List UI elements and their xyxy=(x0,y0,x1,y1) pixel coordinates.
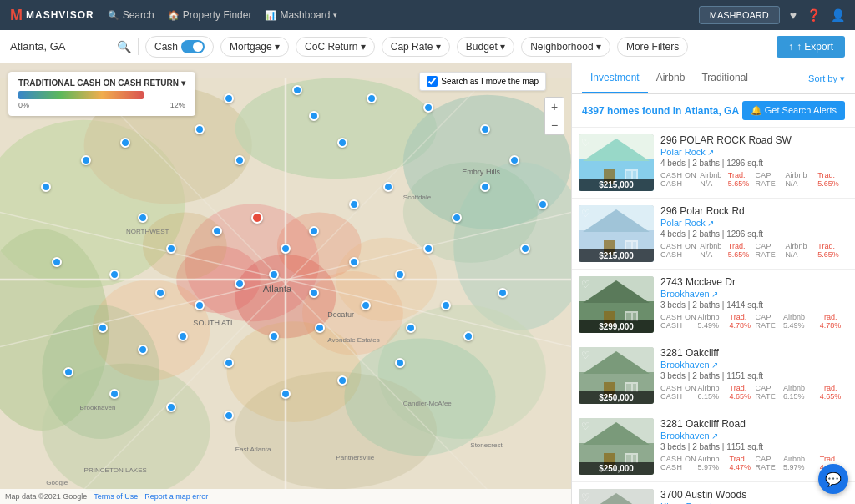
listing-area[interactable]: Polar Rock ↗ xyxy=(660,218,848,228)
map-pin[interactable] xyxy=(224,93,234,103)
cash-toggle[interactable] xyxy=(181,40,205,53)
tab-airbnb[interactable]: Airbnb xyxy=(648,63,694,93)
listing-card[interactable]: ♡ $215,000 296 Polar Rock Rd Polar Rock … xyxy=(572,199,855,270)
map-pin[interactable] xyxy=(81,155,91,165)
map-pin[interactable] xyxy=(452,213,462,223)
map-pin[interactable] xyxy=(395,358,405,368)
map-pin[interactable] xyxy=(292,85,302,95)
map-pin[interactable] xyxy=(52,257,62,267)
map-pin[interactable] xyxy=(269,331,279,341)
heart-nav-icon[interactable]: ♥ xyxy=(790,8,797,22)
help-nav-icon[interactable]: ❓ xyxy=(807,8,821,22)
map-pin[interactable] xyxy=(337,375,347,386)
user-nav-icon[interactable]: 👤 xyxy=(831,8,845,22)
neighborhood-filter[interactable]: Neighborhood ▾ xyxy=(521,37,610,57)
listing-area[interactable]: Polar Rock ↗ xyxy=(660,147,848,157)
property-finder-nav-item[interactable]: 🏠 Property Finder xyxy=(168,9,252,21)
map-pin[interactable] xyxy=(178,331,188,341)
map-pin[interactable] xyxy=(315,323,325,333)
map-pin[interactable] xyxy=(212,226,222,236)
map-pin[interactable] xyxy=(235,279,245,289)
favorite-icon[interactable]: ♡ xyxy=(581,279,590,290)
legend-title[interactable]: TRADITIONAL CASH ON CASH RETURN ▾ xyxy=(18,78,185,88)
listing-card[interactable]: ♡ $250,000 3281 Oakcliff Road Brookhaven… xyxy=(572,411,855,482)
export-button[interactable]: ↑ ↑ Export xyxy=(777,36,845,58)
chat-bubble[interactable]: 💬 xyxy=(818,464,848,494)
map-pin[interactable] xyxy=(538,199,548,209)
listing-card[interactable]: ♡ $299,000 2743 Mcclave Dr Brookhaven ↗ … xyxy=(572,270,855,340)
map-pin[interactable] xyxy=(41,182,51,192)
location-search-input[interactable] xyxy=(10,40,110,53)
map-pin[interactable] xyxy=(498,288,508,298)
map-pin[interactable] xyxy=(138,213,148,223)
map-pin[interactable] xyxy=(251,212,263,224)
map-pin[interactable] xyxy=(138,345,148,355)
more-filters-filter[interactable]: More Filters xyxy=(617,37,688,57)
map-pin[interactable] xyxy=(395,270,405,280)
map-pin[interactable] xyxy=(337,138,347,148)
map-pin[interactable] xyxy=(155,288,165,298)
map-pin[interactable] xyxy=(309,111,319,121)
listing-area[interactable]: Brookhaven ↗ xyxy=(660,360,848,370)
favorite-icon[interactable]: ♡ xyxy=(581,350,590,361)
map-pin[interactable] xyxy=(224,358,234,368)
map-pin[interactable] xyxy=(309,226,319,236)
map-pin[interactable] xyxy=(109,389,119,399)
map-pin[interactable] xyxy=(361,300,371,310)
app-logo[interactable]: M MASHVISOR xyxy=(10,7,94,24)
listing-card[interactable]: ♡ $250,000 3281 Oakcliff Brookhaven ↗ 3 … xyxy=(572,340,855,411)
listing-area[interactable]: Brookhaven ↗ xyxy=(660,289,848,299)
map-pin[interactable] xyxy=(423,103,433,113)
map-pin[interactable] xyxy=(195,300,205,310)
zoom-out-button[interactable]: − xyxy=(545,116,564,134)
tab-traditional[interactable]: Traditional xyxy=(693,63,756,93)
mashboard-nav-item[interactable]: 📊 Mashboard ▾ xyxy=(265,9,337,21)
favorite-icon[interactable]: ♡ xyxy=(581,137,590,149)
listing-card[interactable]: ♡ 3700 Austin Woods Kings Forest ↗ 4 bed… xyxy=(572,482,855,504)
map-pin[interactable] xyxy=(480,182,490,192)
map-pin[interactable] xyxy=(98,323,108,333)
zoom-in-button[interactable]: + xyxy=(545,98,564,116)
map-pin[interactable] xyxy=(509,155,519,165)
favorite-icon[interactable]: ♡ xyxy=(581,491,590,503)
map-pin[interactable] xyxy=(520,244,530,254)
budget-filter[interactable]: Budget ▾ xyxy=(457,37,514,57)
search-nav-item[interactable]: 🔍 Search xyxy=(108,9,154,21)
mortgage-filter[interactable]: Mortgage ▾ xyxy=(220,37,289,57)
map-pin[interactable] xyxy=(349,199,359,209)
map-pin[interactable] xyxy=(63,367,73,377)
listing-card[interactable]: ♡ $215,000 296 POLAR ROCK Road SW Polar … xyxy=(572,128,855,199)
cap-rate-filter[interactable]: Cap Rate ▾ xyxy=(382,37,450,57)
listing-area[interactable]: Brookhaven ↗ xyxy=(660,431,848,441)
map-pin[interactable] xyxy=(166,244,176,254)
map-container[interactable]: Atlanta Embry Hills Scottdale Decatur NO… xyxy=(0,63,571,504)
get-search-alerts-button[interactable]: 🔔 Get Search Alerts xyxy=(742,101,845,120)
map-pin[interactable] xyxy=(109,270,119,280)
favorite-icon[interactable]: ♡ xyxy=(581,421,590,432)
mashboard-button[interactable]: MASHBOARD xyxy=(699,6,780,24)
map-pin[interactable] xyxy=(235,155,245,165)
search-as-move-input[interactable] xyxy=(427,76,438,87)
tab-investment[interactable]: Investment xyxy=(582,63,648,93)
map-pin[interactable] xyxy=(166,402,176,412)
search-as-move-checkbox[interactable]: Search as I move the map xyxy=(419,72,546,91)
map-pin[interactable] xyxy=(224,411,234,421)
coc-return-filter[interactable]: CoC Return ▾ xyxy=(296,37,375,57)
map-pin[interactable] xyxy=(309,288,319,298)
map-pin[interactable] xyxy=(406,323,416,333)
cash-filter[interactable]: Cash xyxy=(145,36,214,58)
map-pin[interactable] xyxy=(195,124,205,134)
favorite-icon[interactable]: ♡ xyxy=(581,208,590,219)
map-pin[interactable] xyxy=(423,244,433,254)
map-pin[interactable] xyxy=(383,182,393,192)
map-pin[interactable] xyxy=(367,93,377,103)
search-icon[interactable]: 🔍 xyxy=(117,40,131,53)
map-pin[interactable] xyxy=(441,300,451,310)
map-pin[interactable] xyxy=(269,270,279,280)
sort-by-button[interactable]: Sort by ▾ xyxy=(808,73,845,84)
map-pin[interactable] xyxy=(120,138,130,148)
map-pin[interactable] xyxy=(281,389,291,399)
map-pin[interactable] xyxy=(281,244,291,254)
map-pin[interactable] xyxy=(349,257,359,267)
map-pin[interactable] xyxy=(463,331,473,341)
